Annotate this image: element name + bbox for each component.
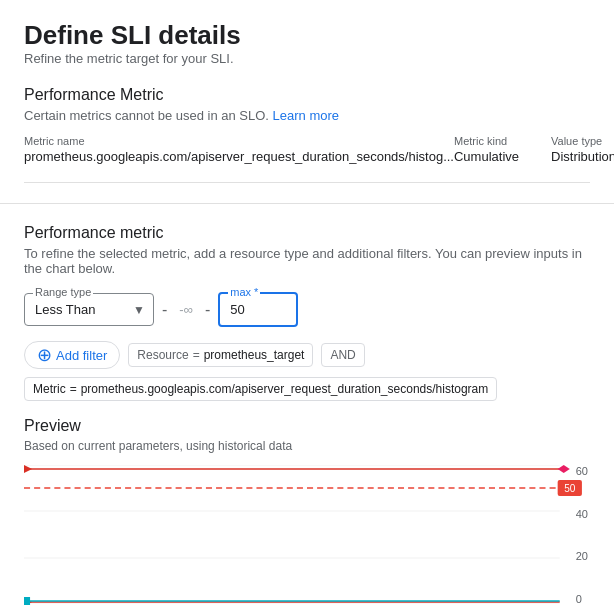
filter-chip-eq: =	[193, 348, 200, 362]
page-subtitle: Refine the metric target for your SLI.	[24, 51, 590, 66]
chart-y-labels: 60 40 20 0	[576, 465, 590, 605]
range-row: Range type Less Than Greater Than Betwee…	[24, 292, 590, 327]
y-label-0: 0	[576, 593, 588, 605]
range-type-select[interactable]: Less Than Greater Than Between Not Betwe…	[25, 294, 153, 325]
svg-rect-10	[24, 597, 30, 605]
value-type-col: Value type Distribution	[551, 135, 614, 164]
metric-chip-eq: =	[70, 382, 77, 396]
chart-container: 60 40 20 0	[24, 465, 590, 606]
y-label-40: 40	[576, 508, 588, 520]
preview-note: Based on current parameters, using histo…	[24, 439, 590, 453]
metric-chip-value: prometheus.googleapis.com/apiserver_requ…	[81, 382, 489, 396]
metric-name-group: Metric name prometheus.googleapis.com/ap…	[24, 135, 454, 164]
max-label: max *	[228, 286, 260, 298]
metric-name-value: prometheus.googleapis.com/apiserver_requ…	[24, 149, 454, 164]
value-type-value: Distribution	[551, 149, 614, 164]
max-input[interactable]	[220, 294, 296, 325]
filter-row: ⊕ Add filter Resource = prometheus_targe…	[24, 341, 590, 369]
performance-metric-title: Performance Metric	[24, 86, 590, 104]
y-label-60: 60	[576, 465, 588, 477]
range-type-label: Range type	[33, 286, 93, 298]
y-label-20: 20	[576, 550, 588, 562]
value-type-label: Value type	[551, 135, 614, 147]
max-input-wrapper: max *	[218, 292, 298, 327]
plus-icon: ⊕	[37, 346, 52, 364]
svg-text:50: 50	[564, 483, 576, 494]
perf-metric-subtitle: Performance metric	[24, 224, 590, 242]
add-filter-label: Add filter	[56, 348, 107, 363]
performance-metric-section: Performance Metric Certain metrics canno…	[24, 86, 590, 183]
range-to-dash: -	[205, 301, 210, 319]
page-title: Define SLI details	[24, 20, 590, 51]
metric-chip[interactable]: Metric = prometheus.googleapis.com/apise…	[24, 377, 497, 401]
resource-filter-chip[interactable]: Resource = prometheus_target	[128, 343, 313, 367]
preview-title: Preview	[24, 417, 590, 435]
perf-metric-subsection: Performance metric To refine the selecte…	[24, 224, 590, 401]
range-min-value: -∞	[175, 294, 197, 325]
metric-kind-col: Metric kind Cumulative	[454, 135, 519, 164]
filter-chip-key: Resource	[137, 348, 188, 362]
section-divider	[0, 203, 614, 204]
chart-svg: 50	[24, 465, 590, 605]
metric-chip-row: Metric = prometheus.googleapis.com/apise…	[24, 377, 590, 401]
preview-section: Preview Based on current parameters, usi…	[24, 417, 590, 606]
metric-row: Metric name prometheus.googleapis.com/ap…	[24, 135, 590, 183]
svg-marker-7	[24, 465, 32, 473]
range-dash: -	[162, 301, 167, 319]
perf-metric-note: To refine the selected metric, add a res…	[24, 246, 590, 276]
learn-more-link[interactable]: Learn more	[273, 108, 339, 123]
metric-name-label: Metric name	[24, 135, 454, 147]
metric-kind-value: Cumulative	[454, 149, 519, 164]
metric-kind-group: Metric kind Cumulative Value type Distri…	[454, 135, 614, 170]
filter-chip-value: prometheus_target	[204, 348, 305, 362]
performance-metric-note: Certain metrics cannot be used in an SLO…	[24, 108, 590, 123]
and-label: AND	[321, 343, 364, 367]
metric-chip-key: Metric	[33, 382, 66, 396]
metric-kind-label: Metric kind	[454, 135, 519, 147]
add-filter-button[interactable]: ⊕ Add filter	[24, 341, 120, 369]
range-type-wrapper: Range type Less Than Greater Than Betwee…	[24, 293, 154, 326]
svg-marker-8	[558, 465, 570, 473]
